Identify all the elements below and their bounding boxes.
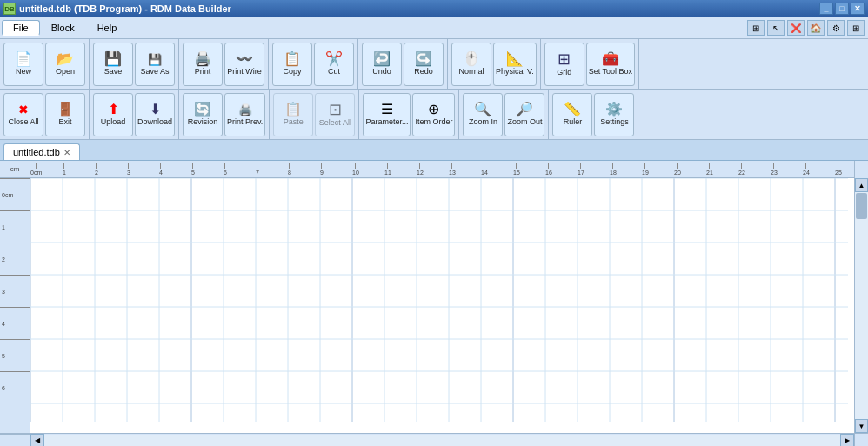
close-window-button[interactable]: ✕ xyxy=(851,3,865,15)
btn-upload[interactable]: Upload xyxy=(93,93,133,136)
toolbar-group: UploadDownload xyxy=(90,90,179,139)
btn-physicalv[interactable]: Physical V. xyxy=(493,43,537,86)
btn-closeall[interactable]: Close All xyxy=(3,93,43,136)
btn-revision[interactable]: Revision xyxy=(183,93,223,136)
settings-icon xyxy=(605,103,623,116)
v-scroll-down[interactable]: ▼ xyxy=(855,419,868,433)
menu-block[interactable]: Block xyxy=(40,20,86,36)
grid-label: Grid xyxy=(557,69,571,77)
v-scroll-up[interactable]: ▲ xyxy=(855,178,868,192)
toolbar-group: CopyCut xyxy=(269,39,358,89)
btn-download[interactable]: Download xyxy=(135,93,175,136)
revision-icon xyxy=(194,103,211,116)
quick-btn-2[interactable]: ↖ xyxy=(767,20,785,36)
ruler-h-mark: 10 xyxy=(352,163,359,176)
itemorder-label: Item Order xyxy=(415,118,452,127)
open-label: Open xyxy=(56,68,75,77)
grid-canvas[interactable] xyxy=(30,178,854,433)
quick-btn-4[interactable]: 🏠 xyxy=(807,20,825,36)
ruler-h-mark: 21 xyxy=(706,163,713,176)
grid-svg xyxy=(30,178,854,433)
btn-exit[interactable]: Exit xyxy=(45,93,85,136)
ruler-h-mark: 14 xyxy=(481,163,488,176)
new-icon xyxy=(15,52,32,66)
quick-btn-5[interactable]: ⚙ xyxy=(827,20,845,36)
btn-grid[interactable]: Grid xyxy=(544,43,584,86)
download-label: Download xyxy=(137,118,172,127)
toolbar-row-1: NewOpenSaveSave AsPrintPrint WireCopyCut… xyxy=(0,39,868,90)
ruler-icon xyxy=(564,103,581,116)
tab-label: untitled.tdb xyxy=(13,147,60,157)
h-scrollbar-row: ◀ ▶ xyxy=(0,433,868,446)
restore-button[interactable]: □ xyxy=(835,3,849,15)
left-ruler: 0cm123456 xyxy=(0,178,30,433)
toolbar-group: Close AllExit xyxy=(0,90,90,139)
quick-btn-6[interactable]: ⊞ xyxy=(847,20,865,36)
btn-parameter[interactable]: Parameter... xyxy=(363,93,411,136)
btn-printprev[interactable]: Print Prev. xyxy=(224,93,265,136)
btn-itemorder[interactable]: Item Order xyxy=(412,93,455,136)
redo-label: Redo xyxy=(414,68,433,77)
btn-settoolbox[interactable]: Set Tool Box xyxy=(586,43,635,86)
ruler-h-mark: 17 xyxy=(578,163,584,176)
minimize-button[interactable]: _ xyxy=(819,3,833,15)
menu-file[interactable]: File xyxy=(2,20,40,36)
quick-btn-3[interactable]: ❌ xyxy=(787,20,805,36)
h-scroll-left[interactable]: ◀ xyxy=(30,434,44,446)
menu-help[interactable]: Help xyxy=(86,20,129,36)
btn-new[interactable]: New xyxy=(3,43,43,86)
parameter-icon xyxy=(381,103,393,116)
toolbar-row-2: Close AllExitUploadDownloadRevisionPrint… xyxy=(0,90,868,140)
normal-icon xyxy=(463,52,480,66)
btn-open[interactable]: Open xyxy=(45,43,85,86)
toolbar-group: PrintPrint Wire xyxy=(179,39,269,89)
btn-print[interactable]: Print xyxy=(183,43,223,86)
btn-zoomout[interactable]: Zoom Out xyxy=(504,93,544,136)
settoolbox-label: Set Tool Box xyxy=(589,68,632,77)
settings-label: Settings xyxy=(600,118,629,127)
v-scroll-thumb[interactable] xyxy=(856,193,867,219)
ruler-h-mark: 18 xyxy=(610,163,617,176)
btn-settings[interactable]: Settings xyxy=(594,93,634,136)
ruler-h-mark: 25 xyxy=(835,163,842,176)
h-scroll-track[interactable] xyxy=(44,435,840,446)
ruler-v-mark: 3 xyxy=(0,275,30,307)
parameter-label: Parameter... xyxy=(365,118,408,127)
zoomout-label: Zoom Out xyxy=(507,118,542,127)
saveas-label: Save As xyxy=(140,68,169,77)
btn-save[interactable]: Save xyxy=(93,43,133,86)
ruler-h-mark: 13 xyxy=(449,163,456,176)
btn-cut[interactable]: Cut xyxy=(314,43,354,86)
exit-label: Exit xyxy=(58,118,71,127)
ruler-h-mark: 16 xyxy=(545,163,552,176)
btn-zoomin[interactable]: Zoom In xyxy=(463,93,503,136)
physical-icon xyxy=(506,52,524,66)
v-scroll-track[interactable] xyxy=(855,192,868,419)
btn-ruler[interactable]: Ruler xyxy=(552,93,592,136)
btn-printwire[interactable]: Print Wire xyxy=(224,43,264,86)
tab-close-button[interactable]: ✕ xyxy=(63,148,70,157)
app-icon: DB xyxy=(3,3,16,15)
quick-btn-1[interactable]: ⊞ xyxy=(747,20,765,36)
quick-toolbar: ⊞ ↖ ❌ 🏠 ⚙ ⊞ xyxy=(744,17,868,38)
tab-untitled[interactable]: untitled.tdb ✕ xyxy=(3,143,80,160)
upload-icon xyxy=(108,103,119,116)
print-label: Print xyxy=(195,68,211,77)
zoomin-label: Zoom In xyxy=(469,118,497,127)
btn-copy[interactable]: Copy xyxy=(272,43,312,86)
btn-undo[interactable]: Undo xyxy=(362,43,402,86)
close-icon xyxy=(18,103,29,116)
download-icon xyxy=(150,103,161,116)
print-icon xyxy=(194,52,211,66)
exit-icon xyxy=(57,103,74,116)
ruler-h-mark: 11 xyxy=(384,163,391,176)
normal-label: Normal xyxy=(458,68,484,77)
toolbar-group: NormalPhysical V. xyxy=(448,39,541,89)
h-scrollbar: ◀ ▶ xyxy=(30,434,854,446)
cut-label: Cut xyxy=(328,68,340,77)
ruler-v-mark: 1 xyxy=(0,210,30,243)
btn-normal[interactable]: Normal xyxy=(451,43,491,86)
btn-redo[interactable]: Redo xyxy=(404,43,444,86)
h-scroll-right[interactable]: ▶ xyxy=(840,434,854,446)
btn-saveas[interactable]: Save As xyxy=(135,43,175,86)
